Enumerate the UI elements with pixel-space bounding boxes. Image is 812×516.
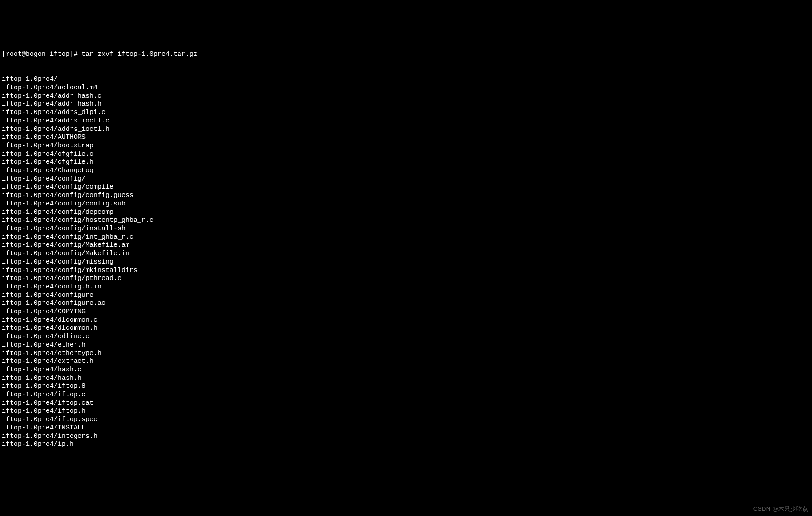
- output-line: iftop-1.0pre4/config/missing: [2, 258, 810, 267]
- output-line: iftop-1.0pre4/addrs_dlpi.c: [2, 109, 810, 117]
- output-line: iftop-1.0pre4/hash.c: [2, 366, 810, 374]
- output-line: iftop-1.0pre4/addr_hash.h: [2, 100, 810, 109]
- output-line: iftop-1.0pre4/config/int_ghba_r.c: [2, 233, 810, 242]
- output-line: iftop-1.0pre4/config.h.in: [2, 283, 810, 291]
- output-line: iftop-1.0pre4/config/: [2, 175, 810, 184]
- output-line: iftop-1.0pre4/ChangeLog: [2, 167, 810, 175]
- output-line: iftop-1.0pre4/iftop.c: [2, 391, 810, 399]
- output-line: iftop-1.0pre4/cfgfile.c: [2, 150, 810, 159]
- output-line: iftop-1.0pre4/AUTHORS: [2, 134, 810, 142]
- typed-command: tar zxvf iftop-1.0pre4.tar.gz: [78, 51, 197, 58]
- output-line: iftop-1.0pre4/: [2, 75, 810, 84]
- output-line: iftop-1.0pre4/COPYING: [2, 308, 810, 316]
- output-line: iftop-1.0pre4/dlcommon.c: [2, 316, 810, 325]
- output-line: iftop-1.0pre4/ether.h: [2, 341, 810, 350]
- terminal-window[interactable]: [root@bogon iftop]# tar zxvf iftop-1.0pr…: [0, 33, 812, 458]
- output-line: iftop-1.0pre4/config/Makefile.in: [2, 250, 810, 258]
- output-line: iftop-1.0pre4/configure.ac: [2, 299, 810, 308]
- tar-output: iftop-1.0pre4/iftop-1.0pre4/aclocal.m4if…: [2, 75, 810, 449]
- output-line: iftop-1.0pre4/addrs_ioctl.h: [2, 126, 810, 134]
- output-line: iftop-1.0pre4/config/hostentp_ghba_r.c: [2, 217, 810, 225]
- command-line[interactable]: [root@bogon iftop]# tar zxvf iftop-1.0pr…: [2, 51, 810, 59]
- output-line: iftop-1.0pre4/config/depcomp: [2, 209, 810, 217]
- output-line: iftop-1.0pre4/aclocal.m4: [2, 84, 810, 92]
- output-line: iftop-1.0pre4/config/Makefile.am: [2, 241, 810, 250]
- output-line: iftop-1.0pre4/dlcommon.h: [2, 324, 810, 333]
- output-line: iftop-1.0pre4/edline.c: [2, 333, 810, 341]
- output-line: iftop-1.0pre4/addrs_ioctl.c: [2, 117, 810, 126]
- output-line: iftop-1.0pre4/addr_hash.c: [2, 92, 810, 101]
- output-line: iftop-1.0pre4/config/pthread.c: [2, 275, 810, 283]
- output-line: iftop-1.0pre4/integers.h: [2, 433, 810, 441]
- output-line: iftop-1.0pre4/ethertype.h: [2, 350, 810, 358]
- output-line: iftop-1.0pre4/iftop.8: [2, 382, 810, 391]
- output-line: iftop-1.0pre4/config/install-sh: [2, 225, 810, 233]
- output-line: iftop-1.0pre4/iftop.spec: [2, 416, 810, 424]
- watermark-text: CSDN @木只少吃点: [753, 505, 808, 513]
- output-line: iftop-1.0pre4/iftop.h: [2, 407, 810, 416]
- output-line: iftop-1.0pre4/extract.h: [2, 358, 810, 366]
- output-line: iftop-1.0pre4/configure: [2, 291, 810, 300]
- output-line: iftop-1.0pre4/hash.h: [2, 374, 810, 383]
- output-line: iftop-1.0pre4/bootstrap: [2, 142, 810, 150]
- output-line: iftop-1.0pre4/ip.h: [2, 441, 810, 449]
- output-line: iftop-1.0pre4/config/config.guess: [2, 192, 810, 200]
- output-line: iftop-1.0pre4/iftop.cat: [2, 399, 810, 408]
- shell-prompt: [root@bogon iftop]#: [2, 51, 78, 58]
- output-line: iftop-1.0pre4/INSTALL: [2, 424, 810, 433]
- output-line: iftop-1.0pre4/config/compile: [2, 183, 810, 192]
- output-line: iftop-1.0pre4/cfgfile.h: [2, 158, 810, 167]
- output-line: iftop-1.0pre4/config/config.sub: [2, 200, 810, 209]
- output-line: iftop-1.0pre4/config/mkinstalldirs: [2, 267, 810, 275]
